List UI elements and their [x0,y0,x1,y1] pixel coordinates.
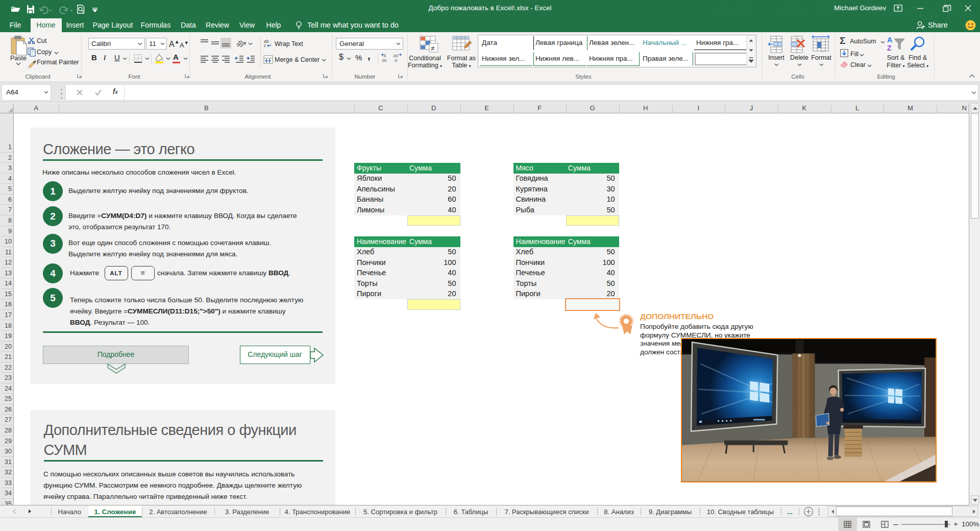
svg-text:≠: ≠ [431,44,434,52]
svg-text:Z: Z [887,44,892,52]
svg-text:.0: .0 [383,54,386,58]
svg-text:.00: .00 [381,58,386,63]
svg-text:A: A [887,36,892,44]
svg-text:.00: .00 [393,54,398,58]
svg-text:.0: .0 [394,58,397,63]
